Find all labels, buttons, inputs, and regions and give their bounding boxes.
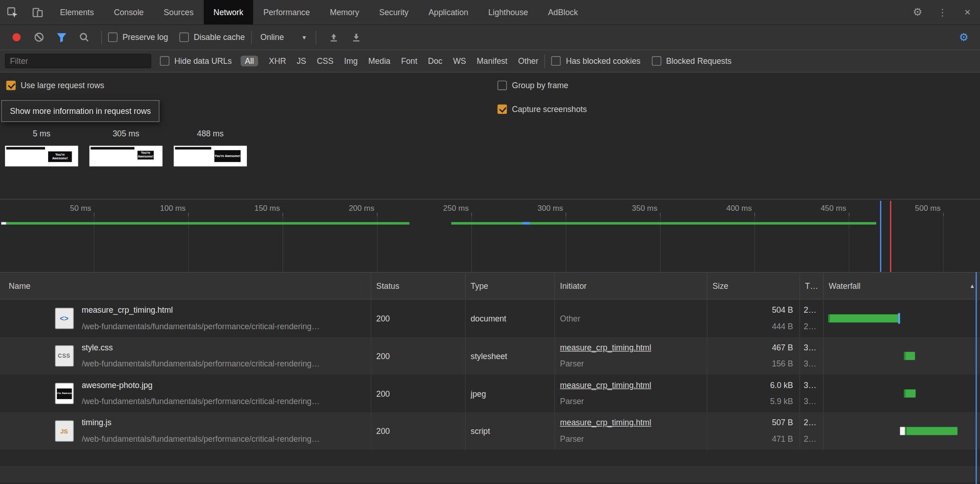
table-header: Name Status Type Initiator Size T… Water… (0, 272, 980, 300)
checkbox-box (497, 81, 507, 90)
filter-type-css[interactable]: CSS (317, 56, 333, 66)
filter-type-font[interactable]: Font (401, 56, 417, 66)
frame-timestamp: 5 ms (5, 129, 78, 138)
time-cell: 2…2… (800, 412, 824, 450)
tabbar-right-controls: ⚙ ⋮ ✕ (905, 0, 980, 24)
close-icon[interactable]: ✕ (955, 0, 980, 24)
column-header-time[interactable]: T… (800, 273, 824, 299)
time-cell: 3…3… (800, 375, 824, 412)
kebab-menu-icon[interactable]: ⋮ (930, 0, 955, 24)
overview-ruler: 50 ms100 ms150 ms200 ms250 ms300 ms350 m… (0, 200, 980, 217)
toolbar-separator (316, 30, 316, 44)
filter-type-other[interactable]: Other (518, 56, 538, 66)
network-overview[interactable]: 50 ms100 ms150 ms200 ms250 ms300 ms350 m… (0, 199, 980, 272)
filter-type-img[interactable]: Img (344, 56, 358, 66)
toolbar-separator (101, 30, 102, 44)
size-cell: 504 B444 B (707, 300, 800, 338)
request-row[interactable]: CSS style.css /web-fundamentals/fundamen… (0, 337, 980, 375)
filter-toggle-button[interactable] (50, 26, 72, 49)
sort-ascending-icon: ▲ (969, 283, 975, 289)
network-settings-gear-icon[interactable]: ⚙ (952, 26, 975, 49)
tab-adblock[interactable]: AdBlock (538, 0, 588, 24)
clear-network-log-button[interactable] (28, 26, 50, 49)
request-name: style.css (82, 340, 320, 356)
tab-elements[interactable]: Elements (50, 0, 104, 24)
device-toolbar-icon[interactable] (25, 0, 50, 24)
record-network-log-button[interactable] (5, 26, 28, 49)
import-har-button[interactable] (323, 26, 345, 49)
column-header-name[interactable]: Name (0, 273, 371, 299)
request-path: /web-fundamentals/fundamentals/performan… (82, 394, 320, 410)
filter-input[interactable] (5, 54, 151, 68)
export-har-icon (351, 32, 362, 42)
inspect-element-icon[interactable] (0, 0, 25, 24)
request-row[interactable]: JS timing.js /web-fundamentals/fundament… (0, 412, 980, 450)
tab-security[interactable]: Security (369, 0, 419, 24)
initiator-link[interactable]: measure_crp_timing.html (560, 377, 702, 393)
request-name: measure_crp_timing.html (82, 302, 320, 318)
group-by-frame-checkbox[interactable]: Group by frame (497, 81, 568, 90)
type-cell: script (466, 412, 555, 450)
network-settings-pane: Use large request rows Group by frame Ca… (0, 73, 980, 125)
filmstrip-frame[interactable]: You're Awesome! (5, 146, 78, 166)
chevron-down-icon: ▼ (301, 34, 307, 40)
filter-type-doc[interactable]: Doc (428, 56, 443, 66)
devtools-tabbar: Elements Console Sources Network Perform… (0, 0, 980, 25)
has-blocked-cookies-checkbox[interactable]: Has blocked cookies (551, 56, 640, 66)
column-header-size[interactable]: Size (707, 273, 800, 299)
size-cell: 467 B156 B (707, 337, 800, 375)
tab-sources[interactable]: Sources (154, 0, 204, 24)
hide-data-urls-checkbox[interactable]: Hide data URLs (160, 56, 232, 66)
type-cell: document (466, 300, 555, 338)
search-icon (78, 32, 89, 42)
filmstrip-frame-group: 5 ms You're Awesome! (5, 129, 78, 167)
filmstrip-frame-group: 488 ms You're Awesome! (174, 129, 247, 167)
tab-memory[interactable]: Memory (320, 0, 369, 24)
funnel-icon (56, 32, 67, 42)
column-header-waterfall[interactable]: Waterfall ▲ (824, 273, 980, 299)
preserve-log-checkbox[interactable]: Preserve log (108, 33, 168, 42)
devtools-window: Elements Console Sources Network Perform… (0, 0, 980, 484)
column-header-type[interactable]: Type (466, 273, 555, 299)
requests-table: Name Status Type Initiator Size T… Water… (0, 272, 980, 484)
overview-dcl-line (880, 201, 881, 272)
disable-cache-checkbox[interactable]: Disable cache (179, 33, 245, 42)
filter-type-all[interactable]: All (240, 56, 258, 66)
filter-type-manifest[interactable]: Manifest (477, 56, 507, 66)
filmstrip-frame[interactable]: You're Awesome! (174, 146, 247, 166)
tooltip: Show more information in request rows (1, 100, 160, 122)
frame-timestamp: 305 ms (89, 129, 162, 138)
tab-network[interactable]: Network (204, 0, 254, 24)
use-large-request-rows-checkbox[interactable]: Use large request rows (6, 81, 104, 90)
network-filter-bar: Hide data URLs All XHR JS CSS Img Media … (0, 50, 980, 73)
tab-application[interactable]: Application (418, 0, 478, 24)
column-header-status[interactable]: Status (371, 273, 466, 299)
export-har-button[interactable] (345, 26, 368, 49)
initiator-cell: measure_crp_timing.html Parser (555, 337, 707, 375)
capture-screenshots-checkbox[interactable]: Capture screenshots (497, 104, 587, 113)
tab-console[interactable]: Console (104, 0, 154, 24)
column-header-initiator[interactable]: Initiator (555, 273, 707, 299)
status-cell: 200 (371, 375, 466, 412)
filmstrip-frame[interactable]: You're Awesome! (89, 146, 162, 166)
filter-type-ws[interactable]: WS (453, 56, 466, 66)
domcontentloaded-line (975, 272, 977, 484)
tab-lighthouse[interactable]: Lighthouse (478, 0, 538, 24)
filter-type-js[interactable]: JS (297, 56, 306, 66)
js-file-icon: JS (55, 420, 73, 441)
throttling-select[interactable]: Online ▼ (258, 33, 309, 42)
settings-gear-icon[interactable]: ⚙ (905, 0, 930, 24)
checkbox-box (6, 81, 16, 90)
filter-type-media[interactable]: Media (368, 56, 390, 66)
waterfall-cell (824, 375, 980, 412)
request-row[interactable]: <> measure_crp_timing.html /web-fundamen… (0, 300, 980, 338)
initiator-link[interactable]: measure_crp_timing.html (560, 415, 702, 431)
tab-performance[interactable]: Performance (253, 0, 320, 24)
initiator-link[interactable]: measure_crp_timing.html (560, 340, 702, 356)
blocked-requests-checkbox[interactable]: Blocked Requests (651, 56, 731, 66)
filter-type-xhr[interactable]: XHR (269, 56, 286, 66)
search-button[interactable] (72, 26, 95, 49)
css-file-icon: CSS (55, 345, 73, 366)
request-row[interactable]: You're Awesome! awesome-photo.jpg /web-f… (0, 375, 980, 412)
request-name: timing.js (82, 415, 320, 431)
